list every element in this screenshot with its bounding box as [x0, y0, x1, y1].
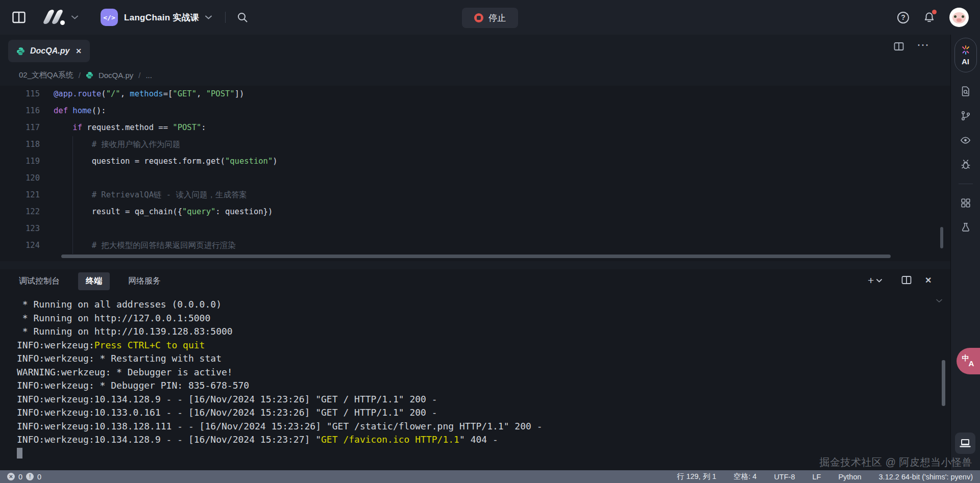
split-panel-button[interactable] — [901, 275, 912, 285]
indent-guide — [72, 237, 73, 254]
chevron-down-icon — [205, 15, 212, 19]
topbar: </> LangChain 实战课 停止 ? — [0, 0, 980, 35]
flask-icon — [960, 222, 971, 233]
breadcrumb-separator: / — [79, 71, 81, 80]
split-editor-button[interactable] — [894, 42, 904, 51]
panel-tab-network[interactable]: 网络服务 — [128, 276, 161, 287]
code-line: 120 — [0, 170, 950, 187]
terminal-line: INFO:werkzeug:10.138.128.111 - - [16/Nov… — [17, 420, 940, 434]
indent-guide — [72, 170, 73, 187]
code-area[interactable]: 115@app.route("/", methods=["GET", "POST… — [0, 86, 950, 261]
indent-guide — [72, 204, 73, 220]
layout-icon — [12, 11, 26, 23]
code-line: 122 result = qa_chain({"query": question… — [0, 204, 950, 220]
terminal[interactable]: * Running on all addresses (0.0.0.0) * R… — [0, 293, 950, 470]
translate-badge[interactable]: 中A — [957, 348, 980, 374]
vertical-scrollbar-thumb[interactable] — [940, 227, 943, 248]
lab-button[interactable] — [960, 222, 971, 233]
python-icon — [16, 47, 25, 56]
activitybar-divider — [959, 184, 973, 184]
layout-toggle-button[interactable] — [11, 10, 27, 25]
terminal-line: INFO:werkzeug:10.134.128.9 - - [16/Nov/2… — [17, 433, 940, 447]
code-line: 124 # 把大模型的回答结果返回网页进行渲染 — [0, 237, 950, 254]
breadcrumb-more[interactable]: ... — [145, 71, 152, 80]
preview-button[interactable] — [960, 135, 971, 146]
line-number: 120 — [0, 170, 47, 187]
project-name: LangChain 实战课 — [124, 12, 199, 23]
statusbar: ✕ 0 ! 0 行 129, 列 1 空格: 4 UTF-8 LF Python… — [0, 470, 980, 483]
line-number: 124 — [0, 237, 47, 254]
terminal-line: INFO:werkzeug: * Debugger PIN: 835-678-5… — [17, 379, 940, 393]
notification-dot — [932, 10, 937, 14]
source-control-button[interactable] — [960, 110, 971, 121]
warning-icon: ! — [26, 473, 34, 480]
line-number: 119 — [0, 153, 47, 170]
line-number: 118 — [0, 136, 47, 153]
terminal-line: INFO:werkzeug:10.134.128.9 - - [16/Nov/2… — [17, 393, 940, 406]
new-terminal-button[interactable]: + — [868, 275, 882, 286]
horizontal-scrollbar[interactable] — [61, 255, 891, 258]
ai-sparkle-icon — [961, 45, 971, 55]
code-line: 121 # RetrievalQA链 - 读入问题，生成答案 — [0, 187, 950, 204]
watermark: 掘金技术社区 @ 阿皮想当小怪兽 — [820, 455, 972, 469]
indentation[interactable]: 空格: 4 — [733, 472, 756, 481]
breadcrumb-folder[interactable]: 02_文档QA系统 — [19, 70, 74, 80]
error-count: 0 — [18, 473, 22, 481]
translate-icon: 中A — [962, 357, 975, 366]
tab-close-button[interactable]: ✕ — [76, 47, 82, 55]
extensions-button[interactable] — [960, 197, 971, 209]
indent-guide — [72, 136, 73, 153]
panel-close-button[interactable]: ✕ — [925, 275, 932, 285]
code-line: 115@app.route("/", methods=["GET", "POST… — [0, 86, 950, 103]
panel-tabs: 调试控制台 终端 网络服务 + ✕ — [0, 269, 950, 293]
help-button[interactable]: ? — [897, 12, 909, 23]
terminal-line: INFO:werkzeug: * Restarting with stat — [17, 352, 940, 366]
avatar[interactable] — [949, 8, 969, 27]
line-number: 117 — [0, 119, 47, 136]
more-actions-button[interactable]: ⋯ — [917, 40, 929, 50]
stop-label: 停止 — [488, 12, 506, 24]
project-selector[interactable]: </> LangChain 实战课 — [101, 9, 212, 26]
logo-menu-button[interactable] — [71, 15, 78, 19]
debug-button[interactable] — [960, 159, 971, 170]
terminal-line: * Running on http://127.0.0.1:5000 — [17, 312, 940, 325]
device-button[interactable] — [955, 433, 975, 454]
activity-bar: AI — [950, 35, 980, 470]
terminal-scrollbar-thumb[interactable] — [942, 360, 945, 406]
ai-assistant-button[interactable]: AI — [954, 38, 977, 72]
terminal-cursor — [17, 448, 22, 459]
code-lines: 115@app.route("/", methods=["GET", "POST… — [0, 86, 950, 254]
encoding[interactable]: UTF-8 — [774, 473, 795, 481]
panel: 调试控制台 终端 网络服务 + ✕ * Running on all addre… — [0, 269, 950, 470]
panel-tab-debug-console[interactable]: 调试控制台 — [19, 276, 60, 287]
line-number: 122 — [0, 204, 47, 220]
file-search-button[interactable] — [960, 86, 971, 97]
editor-tab-docqa[interactable]: DocQA.py ✕ — [8, 40, 90, 62]
breadcrumb-file[interactable]: DocQA.py — [99, 71, 133, 80]
logo-dot — [60, 20, 65, 25]
language-mode[interactable]: Python — [838, 473, 861, 481]
eol-sequence[interactable]: LF — [812, 473, 821, 481]
notifications-button[interactable] — [923, 11, 935, 23]
git-branch-icon — [960, 110, 971, 121]
bug-icon — [960, 159, 971, 170]
python-icon — [86, 71, 93, 79]
panel-tab-terminal[interactable]: 终端 — [78, 272, 110, 290]
app-logo[interactable] — [41, 10, 66, 25]
search-button[interactable] — [237, 12, 248, 23]
problems-summary[interactable]: ✕ 0 ! 0 — [7, 473, 41, 481]
indent-guide — [72, 187, 73, 204]
project-code-icon: </> — [101, 9, 118, 26]
chevron-down-icon — [876, 279, 882, 283]
stop-button[interactable]: 停止 — [462, 8, 518, 28]
avatar-face — [952, 12, 966, 23]
cursor-position[interactable]: 行 129, 列 1 — [677, 472, 716, 481]
terminal-line: WARNING:werkzeug: * Debugger is active! — [17, 366, 940, 379]
plus-icon: + — [868, 275, 874, 286]
interpreter[interactable]: 3.12.2 64-bit ('shims': pyenv) — [879, 473, 973, 481]
file-search-icon — [960, 86, 971, 97]
line-number: 123 — [0, 220, 47, 237]
code-line: 116def home(): — [0, 103, 950, 119]
chevron-down-icon — [71, 15, 78, 19]
code-line: 119 question = request.form.get("questio… — [0, 153, 950, 170]
